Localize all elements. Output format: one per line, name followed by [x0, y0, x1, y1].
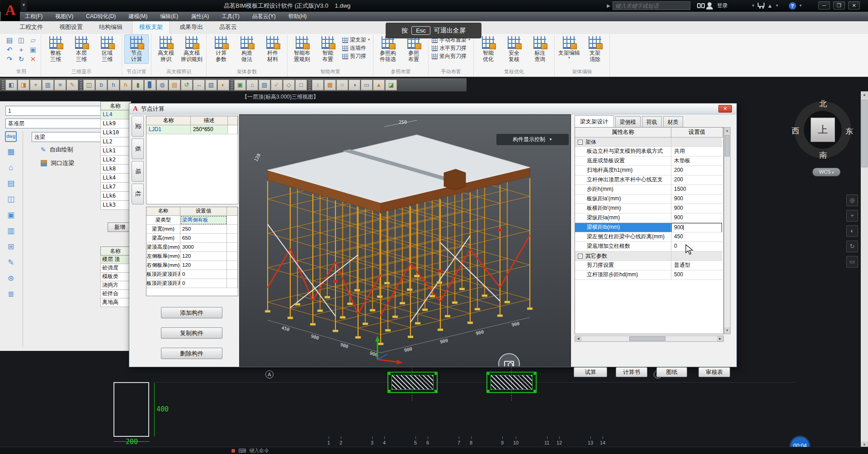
ribbon-small-梁支架[interactable]: 梁支架▾	[341, 36, 371, 44]
help-dropdown-icon[interactable]: ▼	[799, 4, 802, 8]
param-row-立杆顶部步距hd(mm)[interactable]: 立杆顶部步距hd(mm)500	[575, 270, 723, 280]
table-row[interactable]: LJD1250*650	[146, 125, 238, 134]
left-tool-icon-0[interactable]: dwg	[5, 131, 17, 142]
menu-item-7[interactable]: 品茗云(Y)	[252, 13, 276, 20]
property-row[interactable]: 梁宽(mm)250	[146, 225, 238, 234]
ribbon-button-智能布置[interactable]: 智能布置	[316, 34, 340, 64]
quickbar-icon[interactable]: ↕	[312, 80, 324, 90]
quickbar-icon[interactable]: ▦	[324, 80, 336, 90]
ribbon-small-连墙件[interactable]: 连墙件	[341, 44, 371, 52]
ribbon-button-整栋三维[interactable]: 整栋三维	[43, 34, 68, 64]
compass-west[interactable]: 西	[792, 126, 799, 136]
view-compass[interactable]: 北 西 东 南 上	[794, 101, 851, 158]
param-tab-荷载[interactable]: 荷载	[642, 116, 662, 128]
quickbar-icon[interactable]: ◇	[283, 80, 295, 90]
dialog-close-button[interactable]: ✕	[718, 105, 732, 113]
scroll-left-icon[interactable]: ◀	[575, 336, 581, 341]
ribbon-button-杆件材料[interactable]: 杆件材料	[260, 34, 285, 64]
ribbon-small-竖向剪刀撑[interactable]: 竖向剪刀撑	[431, 52, 471, 60]
property-row[interactable]: 梁顶高度(mm)3000	[146, 243, 238, 252]
command-prompt[interactable]: 键入命令	[249, 447, 269, 454]
param-row-立杆伸出顶层水平杆中心线至支[interactable]: 立杆伸出顶层水平杆中心线至支200	[575, 175, 723, 185]
quickbar-icon[interactable]: ◧	[5, 80, 17, 90]
ribbon-button-构造做法[interactable]: 构造做法	[235, 34, 259, 64]
menu-item-0[interactable]: 工程(F)	[25, 13, 42, 20]
prop-value[interactable]: 120	[180, 252, 227, 261]
left-tool-icon-10[interactable]: ≣	[5, 288, 17, 300]
calc-report-button[interactable]: 计算书	[616, 367, 647, 377]
param-tab-梁支架设计[interactable]: 梁支架设计	[575, 115, 614, 128]
list-item-LLk2[interactable]: LLk2	[100, 156, 130, 165]
param-row-板横距lb'(mm)[interactable]: 板横距lb'(mm)900	[575, 204, 723, 213]
free-draw-item[interactable]: ✎自由绘制	[41, 146, 73, 154]
left-tool-icon-5[interactable]: ▣	[5, 209, 17, 221]
common-tool-icon[interactable]: ▤	[4, 36, 15, 44]
prop-value[interactable]: 250	[180, 225, 227, 234]
list-item-LL2[interactable]: LL2	[100, 137, 130, 147]
ribbon-button-本层三维[interactable]: 本层三维	[69, 34, 94, 64]
scroll-up-icon[interactable]: ▲	[724, 128, 730, 134]
wcs-selector[interactable]: WCS ▾	[812, 168, 840, 176]
left-tool-icon-4[interactable]: ◫	[5, 194, 17, 205]
grid-horizontal-scrollbar[interactable]: ◀ ▶	[575, 336, 724, 342]
property-row[interactable]: 板顶距梁顶距离0	[146, 270, 238, 279]
nav-tool-icon-0[interactable]: ◎	[846, 194, 858, 206]
ribbon-button-高支模辨识规则[interactable]: 高支模辨识规则	[179, 34, 204, 64]
param-row-梁纵距la(mm)[interactable]: 梁纵距la(mm)900	[575, 213, 723, 223]
param-tab-梁侧模[interactable]: 梁侧模	[615, 116, 641, 128]
property-row[interactable]: 板顶距梁顶距离0	[146, 279, 238, 288]
ribbon-button-计算参数[interactable]: 计算参数	[209, 34, 233, 64]
nav-tool-icon-4[interactable]: ▭	[846, 256, 858, 268]
copy-component-button[interactable]: 复制构件	[161, 327, 222, 339]
scroll-down-icon[interactable]: ▼	[724, 327, 730, 334]
list-item-LLk7[interactable]: LLk7	[100, 183, 130, 192]
property-row[interactable]: 梁类型梁两侧有板	[146, 216, 238, 225]
ribbon-button-标注查询[interactable]: 标注查询	[528, 34, 552, 64]
ribbon-button-高支模辨识[interactable]: 高支模辨识	[154, 34, 178, 64]
list-item-LLk6[interactable]: LLk6	[100, 192, 130, 201]
review-table-button[interactable]: 审核表	[698, 367, 730, 377]
ribbon-button-智能布置规则[interactable]: 智能布置规则	[290, 34, 314, 64]
ribbon-small-剪刀撑[interactable]: 剪刀撑	[341, 52, 371, 60]
ribbon-button-节点计算[interactable]: 节点计算	[124, 34, 149, 64]
common-tool-icon[interactable]: ↻	[16, 55, 27, 63]
collapse-icon[interactable]: −	[578, 254, 583, 259]
prop-value[interactable]: 0	[180, 279, 227, 288]
list-item-LLk8[interactable]: LLk8	[100, 165, 130, 174]
quickbar-icon[interactable]: ⌂	[246, 80, 258, 90]
close-button[interactable]: ✕	[848, 1, 860, 9]
common-tool-icon[interactable]: ↷	[4, 55, 15, 63]
list-item-LLk3[interactable]: LLk3	[100, 201, 130, 210]
left-tool-icon-9[interactable]: ⊛	[5, 273, 17, 284]
left-tool-icon-3[interactable]: ▤	[5, 178, 17, 189]
quickbar-icon[interactable]: ◨	[18, 80, 29, 90]
quickbar-icon[interactable]: ◑	[349, 80, 360, 90]
menu-item-3[interactable]: 建模(M)	[128, 13, 147, 20]
prop-value[interactable]: 3000	[180, 243, 227, 252]
common-tool-icon[interactable]: ▣	[28, 45, 38, 54]
quickbar-icon[interactable]: ▧	[205, 80, 217, 90]
display-control-button[interactable]: 构件显示控制▼	[496, 134, 569, 145]
minimize-button[interactable]: ─	[818, 1, 830, 9]
param-row-步距h(mm)[interactable]: 步距h(mm)1500	[575, 185, 723, 194]
menu-item-6[interactable]: 工具(T)	[222, 13, 239, 20]
menu-item-2[interactable]: CAD转化(D)	[86, 13, 116, 20]
param-row-底座或垫板设置[interactable]: 底座或垫板设置木垫板	[575, 156, 723, 166]
ribbon-button-参照构件筛选[interactable]: 参照构件筛选	[376, 34, 400, 64]
drawing-button[interactable]: 图纸	[656, 367, 687, 377]
quickbar-icon[interactable]: ◫	[83, 80, 95, 90]
model-viewport[interactable]: 900900900900450900900900250120 构件显示控制▼	[239, 114, 571, 367]
common-tool-icon[interactable]: ◫	[16, 36, 27, 44]
grid-vertical-scrollbar[interactable]: ▲ ▼	[724, 127, 731, 334]
category-tab-墙[interactable]: 墙	[132, 161, 144, 182]
property-row[interactable]: 右侧板厚(mm)120	[146, 261, 238, 270]
menu-item-8[interactable]: 帮助(H)	[288, 13, 307, 20]
menu-item-4[interactable]: 编辑(E)	[160, 13, 178, 20]
quickbar-icon[interactable]: h	[108, 80, 119, 90]
quickbar-icon[interactable]: h	[120, 80, 132, 90]
nav-tool-icon-2[interactable]: ◐	[846, 225, 858, 237]
param-row-梁底增加立柱根数[interactable]: 梁底增加立柱根数0	[575, 242, 723, 251]
tab-结构编辑[interactable]: 结构编辑	[92, 21, 129, 34]
nav-tool-icon-1[interactable]: +	[846, 210, 858, 222]
quickbar-icon[interactable]: ◪	[385, 80, 397, 90]
